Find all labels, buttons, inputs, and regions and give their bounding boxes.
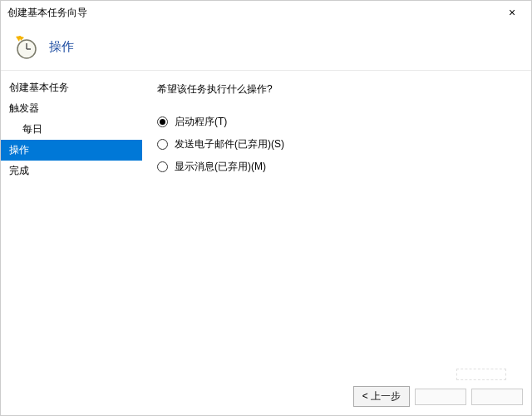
option-start-program[interactable]: 启动程序(T) [157,115,516,129]
option-send-email[interactable]: 发送电子邮件(已弃用)(S) [157,137,516,151]
option-label: 发送电子邮件(已弃用)(S) [175,137,284,151]
decorative-artifact [456,369,506,380]
next-button[interactable] [415,389,466,405]
close-button[interactable]: × [500,6,525,19]
option-label: 启动程序(T) [175,115,227,129]
page-title: 操作 [49,39,74,55]
radio-icon [157,139,168,150]
option-display-message[interactable]: 显示消息(已弃用)(M) [157,160,516,174]
content: 希望该任务执行什么操作? 启动程序(T) 发送电子邮件(已弃用)(S) 显示消息… [142,71,531,379]
back-button[interactable]: < 上一步 [353,386,410,407]
cancel-button[interactable] [471,389,523,405]
titlebar: 创建基本任务向导 × [1,1,531,24]
sidebar-item-action[interactable]: 操作 [1,140,142,161]
sidebar: 创建基本任务 触发器 每日 操作 完成 [1,71,142,379]
option-label: 显示消息(已弃用)(M) [175,160,266,174]
radio-icon [157,161,168,172]
sidebar-item-daily[interactable]: 每日 [1,119,142,140]
header: 操作 [1,24,531,71]
window-title: 创建基本任务向导 [7,6,87,20]
sidebar-item-create-task[interactable]: 创建基本任务 [1,77,142,98]
radio-icon [157,116,168,127]
body: 创建基本任务 触发器 每日 操作 完成 希望该任务执行什么操作? 启动程序(T)… [1,71,531,379]
prompt-text: 希望该任务执行什么操作? [157,82,516,97]
sidebar-item-finish[interactable]: 完成 [1,161,142,181]
clock-task-icon [14,35,39,60]
sidebar-item-trigger[interactable]: 触发器 [1,98,142,119]
footer: < 上一步 [353,386,523,407]
wizard-window: 创建基本任务向导 × 操作 创建基本任务 触发器 每日 操作 完成 希望该任务执… [0,0,532,416]
